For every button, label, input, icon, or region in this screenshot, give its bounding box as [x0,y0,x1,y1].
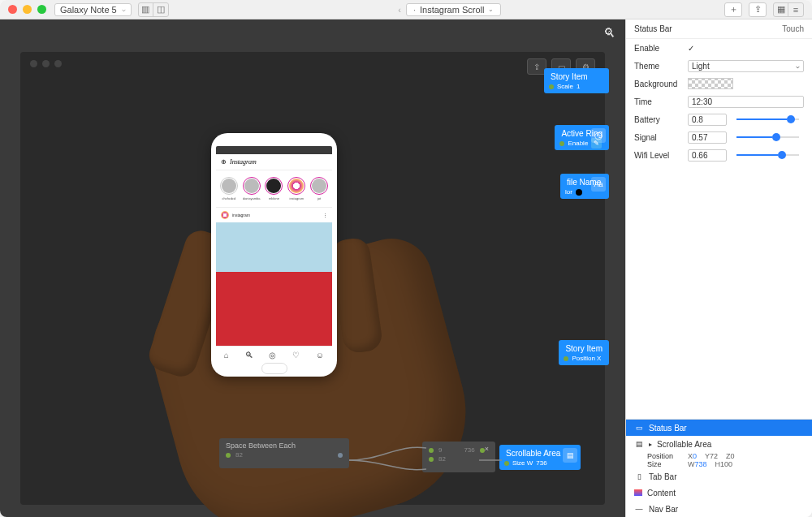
background-swatch[interactable] [688,78,733,89]
outline-scrollable[interactable]: ▤ ▸ Scrollable Area [626,436,812,452]
expand-triangle-icon[interactable]: ▸ [649,441,652,448]
inspector-title: Status Bar [634,24,672,33]
text-icon: Aa [591,177,606,192]
window-titlebar: Galaxy Note 5 ⌵ ▥ ◫ ‹ · Instagram Scroll… [0,0,812,19]
device-name: Galaxy Note 5 [60,5,117,15]
scroll-icon: ▤ [634,439,644,449]
navbar-icon: — [634,504,644,514]
outline-navbar[interactable]: — Nav Bar [626,501,812,517]
document-tab[interactable]: · Instagram Scroll ⌄ [406,3,502,16]
signal-input[interactable]: 0.57 [688,131,727,144]
chevron-left-icon[interactable]: ‹ [398,5,401,15]
instagram-logo: Instagram [230,158,257,166]
node-space-between[interactable]: Space Between Each 82 [219,438,349,468]
theme-select[interactable]: Light⌵ [688,60,804,72]
split-rows-icon[interactable]: ◫ [153,3,168,16]
outline-tabbar[interactable]: ▯ Tab Bar [626,468,812,485]
close-window[interactable] [8,5,17,14]
share-button[interactable]: ⇪ [749,2,767,17]
share-icon: ⇪ [754,4,762,15]
camera-icon[interactable]: ◎ [269,351,276,360]
tabbar-icon: ▯ [634,472,644,481]
search-icon[interactable]: 🔍︎ [603,26,615,40]
close-icon[interactable]: × [485,445,489,453]
prop-time[interactable]: Time 12:30 [626,93,812,110]
outline-content[interactable]: Content [626,485,812,501]
prop-signal[interactable]: Signal 0.57 [626,128,812,146]
layer-outline[interactable]: ▭ Status Bar ▤ ▸ Scrollable Area Positio… [626,419,812,517]
camera-icon[interactable]: ⊕ [221,158,227,166]
outline-position[interactable]: Position X0 Y72 Z0 [626,452,812,460]
search-icon[interactable]: 🔍︎ [245,351,253,360]
post-username[interactable]: instagram [232,213,250,218]
device-mockup: ⊕ Instagram chchcdcd danisyamba mblone i… [191,133,418,474]
chevron-updown-icon: ⌵ [122,6,126,13]
chevron-updown-icon: ⌵ [796,62,800,70]
node-active-ring[interactable]: Active Ring Enable ✎ ◯ [555,125,609,150]
document-title: Instagram Scroll [420,5,484,15]
wifi-slider[interactable] [736,154,799,156]
post-photo[interactable] [216,222,332,346]
canvas[interactable]: 🔍︎ ⇪ ▭ ⚙ ⊕ Instagram [0,19,625,517]
preview-window: ⇪ ▭ ⚙ ⊕ Instagram chc [20,52,605,505]
prop-wifi[interactable]: Wifi Level 0.66 [626,146,812,164]
content-icon [634,489,642,496]
profile-icon[interactable]: ☺ [316,351,324,360]
node-profile-name[interactable]: file Name lor Aa [560,174,609,199]
traffic-lights[interactable] [8,5,46,14]
scroll-icon: ▤ [563,448,577,463]
view-mode-segment[interactable]: ▥ ◫ [138,2,169,17]
grid-icon[interactable]: ▦ [774,3,788,16]
battery-slider[interactable] [736,118,799,120]
prop-battery[interactable]: Battery 0.8 [626,110,812,128]
node-auto-width[interactable]: × 9 736 82 [422,442,495,472]
inspector-touch[interactable]: Touch [782,24,804,33]
node-story-item-top[interactable]: Story Item Scale 1 [544,68,609,93]
home-icon[interactable]: ⌂ [224,351,229,360]
ring-icon: ◯ [591,128,606,143]
list-icon[interactable]: ≡ [788,3,803,16]
check-icon[interactable]: ✓ [688,44,694,53]
outline-status-bar[interactable]: ▭ Status Bar [626,420,812,436]
plus-icon: ＋ [729,3,738,15]
add-button[interactable]: ＋ [724,2,742,17]
battery-input[interactable]: 0.8 [688,114,727,126]
zoom-window[interactable] [37,5,46,14]
wifi-input[interactable]: 0.66 [688,149,727,162]
node-story-item-right[interactable]: Story Item Position X [559,340,609,365]
prop-theme[interactable]: Theme Light⌵ [626,57,812,75]
time-input[interactable]: 12:30 [688,96,804,108]
document-dirty-mark: · [413,5,416,15]
outline-size[interactable]: Size W738 H100 [626,460,812,468]
node-scrollable-area[interactable]: Scrollable Area Size W 736 ▤ [499,445,581,470]
minimize-window[interactable] [23,5,32,14]
heart-icon[interactable]: ♡ [292,351,300,360]
inspector-panel: Status Bar Touch Enable ✓ Theme Light⌵ B… [625,19,812,517]
statusbar-icon: ▭ [634,423,644,433]
prop-background[interactable]: Background [626,75,812,93]
split-columns-icon[interactable]: ▥ [139,3,153,16]
device-selector[interactable]: Galaxy Note 5 ⌵ [54,3,132,16]
signal-slider[interactable] [736,136,799,138]
chevron-down-icon[interactable]: ⌄ [488,6,494,13]
more-icon[interactable]: ⋮ [323,213,327,218]
phone-frame: ⊕ Instagram chchcdcd danisyamba mblone i… [211,133,337,377]
panel-toggle-segment[interactable]: ▦ ≡ [773,2,804,17]
prop-enable[interactable]: Enable ✓ [626,39,812,57]
preview-traffic [30,60,62,67]
